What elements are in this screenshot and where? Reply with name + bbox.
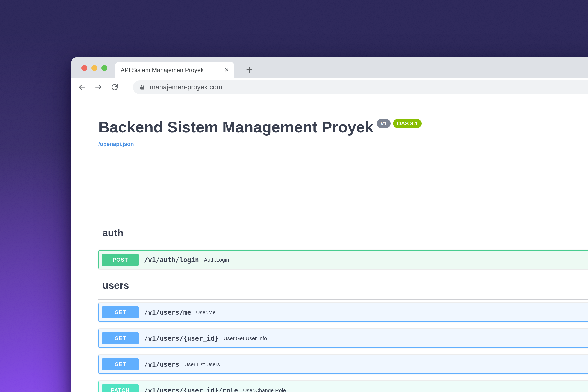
- method-badge: GET: [102, 332, 139, 344]
- maximize-window-icon[interactable]: [101, 65, 107, 71]
- tab-strip: API Sistem Manajemen Proyek ✕ +: [71, 57, 588, 78]
- browser-toolbar: manajemen-proyek.com: [71, 78, 588, 96]
- window-controls: [81, 65, 107, 71]
- endpoint-path: /v1/users/{user_id}: [144, 335, 218, 342]
- new-tab-button[interactable]: +: [244, 64, 255, 75]
- endpoint-path: /v1/users/me: [144, 309, 191, 316]
- method-badge: PATCH: [102, 384, 139, 392]
- api-sections: auth POST /v1/auth/login Auth.Login user…: [71, 227, 588, 392]
- openapi-spec-link[interactable]: /openapi.json: [98, 141, 134, 147]
- endpoint-summary: User.Get User Info: [223, 335, 267, 341]
- endpoint-row[interactable]: POST /v1/auth/login Auth.Login: [98, 250, 588, 269]
- oas-badge: OAS 3.1: [393, 119, 422, 128]
- endpoint-summary: User.List Users: [184, 361, 220, 367]
- forward-arrow-icon: [94, 83, 103, 91]
- endpoint-summary: Auth.Login: [204, 257, 229, 263]
- endpoint-row[interactable]: GET /v1/users/me User.Me: [98, 303, 588, 322]
- address-bar[interactable]: manajemen-proyek.com: [133, 80, 588, 94]
- page-title: Backend Sistem Management Proyek v1 OAS …: [98, 118, 588, 136]
- minimize-window-icon[interactable]: [91, 65, 97, 71]
- browser-window: API Sistem Manajemen Proyek ✕ +: [71, 57, 588, 392]
- auth-endpoints: POST /v1/auth/login Auth.Login: [98, 250, 588, 269]
- section-name: auth: [102, 227, 123, 238]
- endpoint-summary: User.Change Role: [243, 387, 286, 392]
- version-badge: v1: [377, 119, 390, 128]
- method-badge: GET: [102, 306, 139, 318]
- endpoint-row[interactable]: PATCH /v1/users/{user_id}/role User.Chan…: [98, 381, 588, 392]
- users-endpoints: GET /v1/users/me User.Me GET /v1/users/{…: [98, 303, 588, 392]
- back-button[interactable]: [78, 83, 86, 91]
- endpoint-row[interactable]: GET /v1/users User.List Users: [98, 355, 588, 374]
- api-title-text: Backend Sistem Management Proyek: [98, 118, 373, 136]
- reload-icon: [111, 83, 119, 91]
- method-badge: GET: [102, 358, 139, 370]
- info-divider: [71, 215, 588, 215]
- browser-tab[interactable]: API Sistem Manajemen Proyek ✕: [115, 62, 234, 78]
- lock-icon: [139, 84, 146, 91]
- tab-close-icon[interactable]: ✕: [223, 67, 231, 73]
- back-arrow-icon: [78, 83, 86, 91]
- endpoint-path: /v1/auth/login: [144, 256, 199, 264]
- title-badges: v1 OAS 3.1: [377, 119, 422, 128]
- url-text: manajemen-proyek.com: [150, 83, 222, 91]
- endpoint-path: /v1/users/{user_id}/role: [144, 387, 238, 392]
- endpoint-row[interactable]: GET /v1/users/{user_id} User.Get User In…: [98, 329, 588, 348]
- endpoint-path: /v1/users: [144, 361, 179, 368]
- swagger-page: Backend Sistem Management Proyek v1 OAS …: [71, 96, 588, 392]
- section-heading-users[interactable]: users: [98, 279, 588, 300]
- section-name: users: [102, 280, 129, 291]
- endpoint-summary: User.Me: [196, 309, 216, 315]
- method-badge: POST: [102, 254, 139, 266]
- reload-button[interactable]: [110, 83, 119, 91]
- api-info: Backend Sistem Management Proyek v1 OAS …: [71, 118, 588, 147]
- forward-button[interactable]: [94, 83, 103, 91]
- section-heading-auth[interactable]: auth: [98, 227, 588, 247]
- tab-title: API Sistem Manajemen Proyek: [121, 67, 223, 74]
- close-window-icon[interactable]: [81, 65, 87, 71]
